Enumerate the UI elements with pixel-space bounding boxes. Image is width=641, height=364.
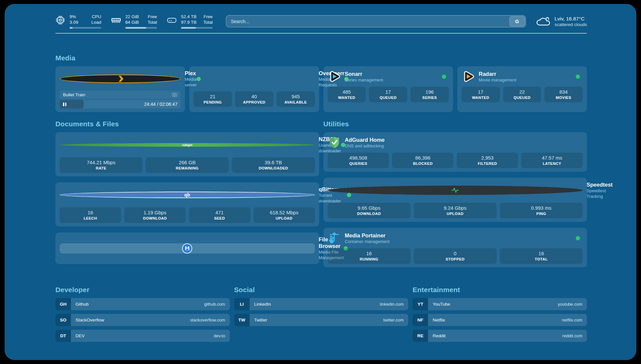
service-name: AdGuard Home <box>345 136 385 143</box>
bookmark-name: Github <box>76 302 89 307</box>
status-dot <box>442 75 446 79</box>
service-card-sonarr[interactable]: Sonarr Series management 485WANTED 17QUE… <box>323 66 453 112</box>
top-bar: 9% 3.09 CPU Load <box>55 14 587 29</box>
stat-box: 9.24 GbpsUPLOAD <box>414 203 497 218</box>
stat-box: 471SEED <box>189 207 250 223</box>
bookmark-github[interactable]: GH Githubgithub.com <box>55 298 230 310</box>
bookmark-name: DEV <box>76 333 85 338</box>
service-card-radarr[interactable]: Radarr Movie management 17WANTED 22QUEUE… <box>457 66 587 112</box>
bookmark-stackoverflow[interactable]: SO StackOverflowstackoverflow.com <box>55 314 230 326</box>
service-card-qbittorrent[interactable]: qb qBittorrent Torrent downloader 16LEEC… <box>55 182 319 227</box>
stat-box: 17QUEUED <box>369 87 407 102</box>
media-grid: Plex Media server Bullet Train 24:44 / 0… <box>55 66 587 112</box>
bookmark-linkedin[interactable]: LI LinkedInlinkedin.com <box>234 298 409 310</box>
service-card-plex[interactable]: Plex Media server Bullet Train 24:44 / 0… <box>55 66 185 112</box>
nzbget-icon: nzbget <box>60 143 315 147</box>
section-title-documents: Documents & Files <box>55 120 319 128</box>
status-dot <box>576 236 580 240</box>
cpu-icon <box>55 15 65 25</box>
stat-box: 834MOVIES <box>544 87 583 102</box>
radarr-icon <box>462 70 475 83</box>
service-description: Movie management <box>479 77 516 83</box>
stat-box: 47.57 msLATENCY <box>521 153 583 168</box>
section-title-utilities: Utilities <box>323 120 587 128</box>
bookmark-twitter[interactable]: TW Twittertwitter.com <box>234 314 409 326</box>
section-title-developer: Developer <box>55 286 230 294</box>
now-playing-row: Bullet Train <box>60 91 181 99</box>
service-card-speedtest[interactable]: Speedtest Speedtest Tracking 9.65 GbpsDO… <box>323 178 587 222</box>
section-title-entertainment: Entertainment <box>412 286 587 294</box>
bookmark-name: YouTube <box>433 302 450 307</box>
cpu-widget: 9% 3.09 CPU Load <box>55 14 101 29</box>
stat-box: 498,508QUERIES <box>328 153 389 168</box>
bookmark-url: netflix.com <box>562 318 582 322</box>
disk-free-label: Free <box>203 14 213 19</box>
stat-box: 17WANTED <box>462 87 500 102</box>
memory-total-value: 64 GiB <box>125 19 139 25</box>
memory-progress-bar <box>125 27 157 29</box>
cloud-icon <box>536 16 550 27</box>
stat-box: 0.993 msPING <box>500 203 583 218</box>
stat-box: 744.21 MbpsRATE <box>60 157 142 173</box>
bookmark-dev[interactable]: DT DEVdev.to <box>55 330 230 342</box>
bookmark-abbr: LI <box>234 298 250 310</box>
memory-icon <box>111 15 121 25</box>
service-name: Media Portainer <box>345 232 390 239</box>
service-description: DNS and adblocking <box>345 143 385 149</box>
stat-box: 266 GBREMAINING <box>146 157 229 173</box>
portainer-icon <box>328 231 341 245</box>
bookmark-abbr: NF <box>412 314 428 326</box>
bookmark-group-social: Social LI LinkedInlinkedin.com TW Twitte… <box>234 286 409 346</box>
stat-box: 16RUNNING <box>328 248 411 264</box>
disk-free-value: 52.4 TB <box>181 14 197 19</box>
stat-box: 39.6 TBDOWNLOADED <box>232 157 315 173</box>
search-bar: G <box>226 15 526 27</box>
cpu-progress-bar <box>70 27 101 29</box>
stat-box: 22QUEUED <box>503 87 541 102</box>
dashboard-panel: 9% 3.09 CPU Load <box>5 4 636 360</box>
stat-box: 1.19 GbpsDOWNLOAD <box>124 207 186 223</box>
bookmarks-section: Developer GH Githubgithub.com SO StackOv… <box>55 286 587 346</box>
stat-box: 2,953FILTERED <box>457 153 518 168</box>
memory-widget: 22 GiB 64 GiB Free Total <box>111 14 157 29</box>
service-card-overseerr[interactable]: Overseerr Media Requests 21PENDING 40APP… <box>189 66 319 112</box>
bookmark-youtube[interactable]: YT YouTubeyoutube.com <box>412 298 587 310</box>
status-dot <box>576 75 580 79</box>
plex-icon <box>60 75 181 83</box>
stat-box: 86,396BLOCKED <box>392 153 453 168</box>
playback-time: 24:44 / 02:06:47 <box>144 102 181 107</box>
bookmark-name: Netflix <box>433 318 445 322</box>
playback-progress-bar: 24:44 / 02:06:47 <box>60 100 181 108</box>
stat-box: 16LEECH <box>60 207 121 223</box>
stat-box: 40APPROVED <box>235 91 273 107</box>
bookmark-name: Twitter <box>254 318 267 322</box>
service-description: Series management <box>345 77 383 83</box>
search-input[interactable] <box>226 15 509 27</box>
cpu-usage-value: 9% <box>70 14 78 19</box>
filebrowser-icon <box>60 243 315 254</box>
bookmark-netflix[interactable]: NF Netflixnetflix.com <box>412 314 587 326</box>
service-card-filebrowser[interactable]: File Browser Media File Management <box>55 232 319 264</box>
disk-total-value: 97.9 TB <box>181 19 197 25</box>
pause-icon[interactable] <box>63 103 66 106</box>
bookmark-reddit[interactable]: RE Redditreddit.com <box>412 330 587 342</box>
service-card-portainer[interactable]: Media Portainer Container management 16R… <box>323 228 587 267</box>
service-description: Container management <box>345 239 390 244</box>
stat-box: 945AVAILABLE <box>277 91 315 107</box>
service-description: Speedtest Tracking <box>587 188 613 199</box>
service-card-adguard[interactable]: AdGuard Home DNS and adblocking 498,508Q… <box>323 132 587 172</box>
weather-widget: Lviv, 16.87°C scattered clouds <box>536 15 587 27</box>
header-divider <box>55 33 587 34</box>
bookmark-group-developer: Developer GH Githubgithub.com SO StackOv… <box>55 286 230 346</box>
documents-column: Documents & Files nzbget NZBGet Usenet d… <box>55 112 319 267</box>
service-card-nzbget[interactable]: nzbget NZBGet Usenet downloader 744.21 M… <box>55 132 319 176</box>
bookmark-abbr: DT <box>55 330 71 342</box>
bookmark-group-entertainment: Entertainment YT YouTubeyoutube.com NF N… <box>412 286 587 346</box>
bookmark-abbr: SO <box>55 314 71 326</box>
search-provider-button[interactable]: G <box>509 16 525 26</box>
bookmark-name: LinkedIn <box>254 302 271 307</box>
disk-total-label: Total <box>203 19 213 25</box>
disk-icon <box>167 15 177 25</box>
stat-box: 9.65 GbpsDOWNLOAD <box>328 203 411 218</box>
qbittorrent-icon: qb <box>60 192 315 198</box>
